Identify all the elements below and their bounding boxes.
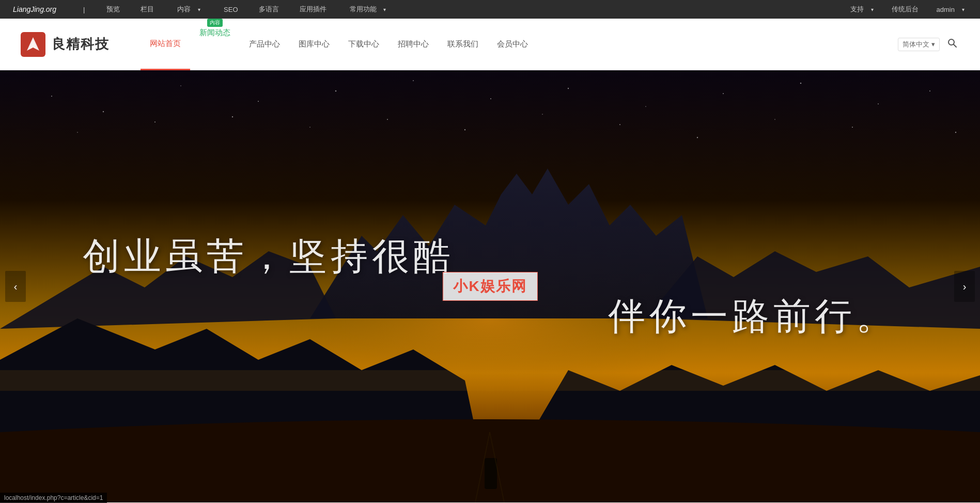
admin-user-arrow: ▾ bbox=[959, 7, 967, 12]
carousel-next-button[interactable]: › bbox=[954, 271, 975, 302]
logo-name: 良精科技 bbox=[52, 35, 110, 53]
nav-contact[interactable]: 联系我们 bbox=[438, 19, 488, 70]
admin-bar: LiangJing.org | 预览 栏目 内容 ▾ SEO 多语言 应用插件 … bbox=[0, 0, 980, 19]
admin-nav-functions[interactable]: 常用功能 ▾ bbox=[345, 5, 392, 14]
admin-user-menu[interactable]: admin ▾ bbox=[931, 6, 970, 13]
logo-icon bbox=[21, 32, 45, 57]
site-nav: 网站首页 内容 新闻动态 产品中心 图库中心 下载中心 招聘中心 联系我们 会员… bbox=[141, 19, 959, 70]
watermark: 小K娱乐网 bbox=[442, 272, 537, 301]
admin-nav-preview[interactable]: 预览 bbox=[104, 5, 122, 14]
hero-banner: 创业虽苦，坚持很酷 伴你一路前行。 小K娱乐网 ‹ › bbox=[0, 70, 980, 502]
nav-member[interactable]: 会员中心 bbox=[488, 19, 537, 70]
admin-right-items: 支持 ▾ 传统后台 admin ▾ bbox=[845, 5, 970, 14]
status-bar: localhost/index.php?c=article&cid=1 bbox=[0, 493, 107, 502]
admin-nav-multilang[interactable]: 多语言 bbox=[256, 5, 282, 14]
admin-nav-content[interactable]: 内容 ▾ bbox=[172, 5, 206, 14]
carousel-prev-button[interactable]: ‹ bbox=[5, 271, 26, 302]
status-url: localhost/index.php?c=article&cid=1 bbox=[4, 494, 103, 501]
news-badge: 内容 bbox=[207, 19, 223, 27]
admin-nav-column[interactable]: 栏目 bbox=[138, 5, 157, 14]
nav-products[interactable]: 产品中心 bbox=[240, 19, 289, 70]
site-logo[interactable]: 良精科技 bbox=[21, 32, 110, 57]
svg-line-1 bbox=[954, 44, 956, 47]
nav-gallery[interactable]: 图库中心 bbox=[289, 19, 339, 70]
site-header: 良精科技 网站首页 内容 新闻动态 产品中心 图库中心 下载中心 招聘中心 联系… bbox=[0, 19, 980, 70]
admin-nav-plugins[interactable]: 应用插件 bbox=[297, 5, 329, 14]
nav-recruit[interactable]: 招聘中心 bbox=[388, 19, 438, 70]
nav-home[interactable]: 网站首页 bbox=[141, 19, 190, 70]
nav-right: 简体中文 ▾ bbox=[898, 36, 959, 53]
sep-1: | bbox=[81, 6, 87, 13]
search-button[interactable] bbox=[945, 36, 959, 53]
admin-support[interactable]: 支持 ▾ bbox=[845, 5, 879, 14]
admin-traditional[interactable]: 传统后台 bbox=[889, 5, 921, 14]
nav-news[interactable]: 内容 新闻动态 bbox=[190, 19, 240, 70]
admin-nav-seo[interactable]: SEO bbox=[221, 6, 240, 13]
nav-download[interactable]: 下载中心 bbox=[339, 19, 388, 70]
lang-selector[interactable]: 简体中文 ▾ bbox=[898, 38, 940, 51]
admin-logo[interactable]: LiangJing.org bbox=[10, 5, 59, 13]
